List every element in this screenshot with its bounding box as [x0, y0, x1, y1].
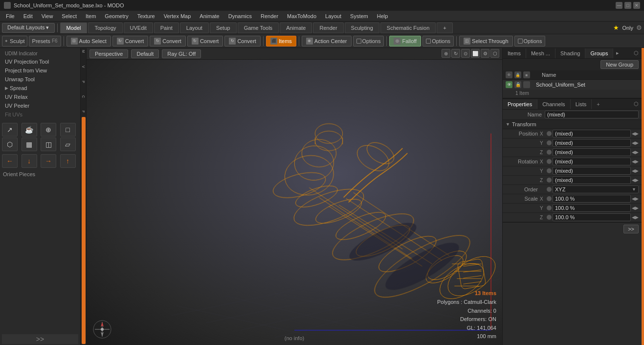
arrow-right[interactable]: → [41, 154, 56, 168]
convert2-button[interactable]: ↻ Convert [150, 36, 186, 46]
viewport-canvas[interactable]: 13 Items Polygons : Catmull-Clark Channe… [87, 60, 502, 345]
col-eye-icon[interactable]: 👁 [506, 71, 512, 78]
menu-item-system[interactable]: System [346, 12, 372, 20]
item-vis-icon[interactable] [523, 81, 530, 88]
new-group-button[interactable]: New Group [600, 60, 639, 69]
col-lock-icon[interactable]: 🔒 [514, 71, 521, 78]
item-eye-icon[interactable]: 👁 [506, 81, 512, 88]
fit-uvs[interactable]: Fit UVs [2, 110, 78, 119]
menu-item-vertex map[interactable]: Vertex Map [160, 12, 195, 20]
menu-item-animate[interactable]: Animate [196, 12, 223, 20]
tab-more-arrow[interactable]: ▸ [613, 48, 622, 58]
order-dot[interactable] [547, 187, 552, 192]
convert4-button[interactable]: ↻ Convert [224, 36, 261, 46]
raygl-button[interactable]: Ray GL: Off [162, 49, 201, 58]
more-button[interactable]: >> [2, 334, 78, 344]
position-x-arrow[interactable]: ◀▶ [632, 131, 639, 136]
viewport[interactable]: Perspective Default Ray GL: Off ⊕ ↻ ⊙ ⬜ … [87, 48, 502, 345]
project-from-view[interactable]: Project from View [2, 66, 78, 75]
tab-setup[interactable]: Setup [210, 23, 237, 33]
menu-item-dynamics[interactable]: Dynamics [224, 12, 256, 20]
action-center-button[interactable]: ⊕ Action Center [302, 36, 352, 46]
vp-icon-camera[interactable]: ⊕ [442, 49, 450, 58]
tab-add[interactable]: + [437, 23, 452, 33]
scale-z-arrow[interactable]: ◀▶ [632, 215, 639, 220]
icon-cell-6[interactable]: ▦ [22, 138, 37, 151]
icon-cell-4[interactable]: □ [60, 123, 76, 137]
uv-peeler[interactable]: UV Peeler [2, 101, 78, 110]
icon-cell-8[interactable]: ▱ [60, 138, 76, 151]
position-x-input[interactable] [553, 130, 631, 138]
name-property-input[interactable] [545, 111, 639, 118]
tab-gametools[interactable]: Game Tools [238, 23, 279, 33]
titlebar-controls[interactable]: — □ ✕ [616, 2, 640, 9]
autoselect-button[interactable]: ⊡ Auto Select [67, 36, 111, 46]
props-tab-lists[interactable]: Lists [571, 99, 592, 109]
uv-projection-tool[interactable]: UV Projection Tool [2, 57, 78, 66]
position-y-dot[interactable] [547, 140, 552, 145]
rotation-x-input[interactable] [553, 158, 631, 165]
props-tab-channels[interactable]: Channels [537, 99, 570, 109]
scale-y-dot[interactable] [547, 206, 552, 210]
icon-cell-2[interactable]: ☕ [22, 123, 37, 137]
tab-animate[interactable]: Animate [280, 23, 312, 33]
convert1-button[interactable]: ↻ Convert [112, 36, 149, 46]
presets-label[interactable]: Presets [32, 38, 50, 44]
rotation-y-dot[interactable] [547, 168, 552, 173]
rotation-x-arrow[interactable]: ◀▶ [632, 159, 639, 164]
position-y-input[interactable] [553, 139, 631, 147]
scale-y-arrow[interactable]: ◀▶ [632, 206, 639, 210]
position-z-input[interactable] [553, 148, 631, 156]
selectthrough-button[interactable]: ◫ Select Through [459, 36, 512, 46]
close-button[interactable]: ✕ [633, 2, 640, 9]
layouts-dropdown[interactable]: Default Layouts ▾ [2, 23, 55, 33]
tab-render[interactable]: Render [313, 23, 343, 33]
tab-topology[interactable]: Topology [88, 23, 122, 33]
item-lock-icon[interactable]: 🔒 [514, 81, 521, 88]
props-expand-icon[interactable]: ⬡ [631, 99, 642, 109]
menu-item-view[interactable]: View [38, 12, 57, 20]
scale-x-input[interactable] [553, 195, 631, 203]
position-z-arrow[interactable]: ◀▶ [632, 150, 639, 155]
vp-icon-frame[interactable]: ⬜ [471, 49, 480, 58]
items-button[interactable]: ⬛ Items [266, 36, 296, 46]
spread-item[interactable]: ▶ Spread [2, 84, 78, 92]
rotation-y-input[interactable] [553, 167, 631, 175]
tab-items[interactable]: Items [503, 48, 526, 58]
icon-cell-5[interactable]: ⬡ [2, 138, 18, 151]
menu-item-item[interactable]: Item [82, 12, 100, 20]
menu-item-layout[interactable]: Layout [321, 12, 345, 20]
maximize-button[interactable]: □ [624, 2, 631, 9]
vp-icon-search[interactable]: ⊙ [461, 49, 470, 58]
scale-x-arrow[interactable]: ◀▶ [632, 196, 639, 201]
tab-schematic[interactable]: Schematic Fusion [380, 23, 436, 33]
rotation-x-dot[interactable] [547, 159, 552, 164]
tab-uvedit[interactable]: UVEdit [124, 23, 153, 33]
menu-item-edit[interactable]: Edit [20, 12, 37, 20]
arrow-up[interactable]: ↑ [60, 154, 76, 168]
transform-section[interactable]: ▼ Transform [503, 120, 642, 129]
props-add-button[interactable]: + [593, 99, 603, 109]
scale-y-input[interactable] [553, 204, 631, 212]
tab-groups[interactable]: Groups [585, 48, 613, 58]
scale-z-input[interactable] [553, 213, 631, 221]
perspective-button[interactable]: Perspective [89, 49, 128, 58]
vp-icon-refresh[interactable]: ↻ [451, 49, 460, 58]
arrow-left[interactable]: ← [2, 154, 18, 168]
tab-mesh[interactable]: Mesh ... [526, 48, 555, 58]
options2-toggle[interactable]: Options [422, 36, 454, 46]
col-vis-icon[interactable]: ■ [523, 71, 530, 78]
rotation-z-input[interactable] [553, 176, 631, 184]
position-x-dot[interactable] [547, 131, 552, 136]
rotation-z-arrow[interactable]: ◀▶ [632, 178, 639, 183]
rotation-z-dot[interactable] [547, 178, 552, 183]
tab-sculpting[interactable]: Sculpting [345, 23, 379, 33]
menu-item-maxtomodo[interactable]: MaxToModo [283, 12, 320, 20]
scale-x-dot[interactable] [547, 196, 552, 201]
uv-relax[interactable]: UV Relax [2, 92, 78, 101]
convert3-button[interactable]: ↻ Convert [187, 36, 223, 46]
options3-toggle[interactable]: Options [514, 36, 546, 46]
menu-item-file[interactable]: File [2, 12, 19, 20]
menu-item-texture[interactable]: Texture [133, 12, 159, 20]
panel-expand-icon[interactable]: ⬡ [631, 48, 642, 58]
